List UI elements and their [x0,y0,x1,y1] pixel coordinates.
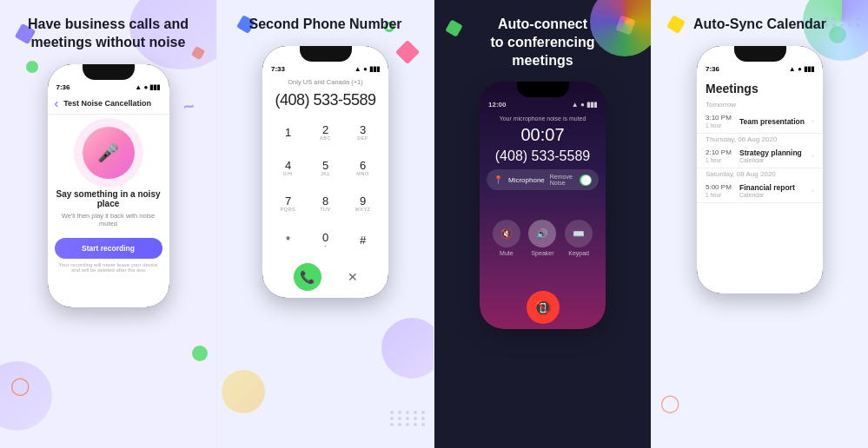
section-label-sat: Saturday, 08 Aug 2020 [697,168,823,180]
phone-notch [83,64,135,80]
deco-shape [666,15,686,34]
status-bar: 12:00 ▲ ● ▮▮▮ [480,97,606,110]
meeting-time: 3:10 PM1 hour [706,114,736,129]
deco-circle [192,346,208,361]
panel-title: Auto-Sync Calendar [693,16,826,34]
phone-notch [300,46,352,62]
phone-screen-2: 7:33 ▲ ● ▮▮▮ Only US and Canada (+1) (40… [262,46,388,298]
calendar-label: Calendar [739,157,812,163]
dial-key-2[interactable]: 2ABC [308,116,342,148]
phone-screen-1: 7:36 ▲ ● ▮▮▮ ‹ Test Noise Cancellation 🎤… [48,64,169,307]
mic-icon: 🎤 [97,142,119,163]
panel-title: Have business calls and meetings without… [9,16,208,52]
dial-key-9[interactable]: 9WXYZ [346,188,380,220]
meeting-info: Team presentation [739,117,812,126]
dial-key-7[interactable]: 7PQRS [271,188,305,220]
header-title: Test Noise Cancellation [63,99,151,108]
end-call-icon: 📵 [534,300,552,316]
caller-number: (408) 533-5589 [480,147,606,169]
section-label-tomorrow: Tomorrow [697,99,823,110]
calendar-label: Calendar [739,192,812,198]
call-row: 📞 ✕ [262,256,388,298]
meetings-title: Meetings [697,75,823,99]
phone-frame-1: 7:36 ▲ ● ▮▮▮ ‹ Test Noise Cancellation 🎤… [48,64,169,307]
dial-key-4[interactable]: 4GHI [271,152,305,184]
mic-noise-row: 📍 Microphone Remove Noise [487,169,599,190]
chevron-right-icon: › [812,117,814,125]
phone-number-display: (408) 533-5589 [262,89,388,116]
section-label-thu: Thursday, 06 Aug 2020 [697,134,823,145]
chevron-right-icon: › [812,187,814,194]
status-bar: 7:36 ▲ ● ▮▮▮ [697,62,823,75]
call-button[interactable]: 📞 [294,263,321,291]
top-label: Only US and Canada (+1) [262,75,388,89]
deco-blob [381,318,434,379]
dot-grid [390,411,427,426]
meeting-name: Financial report [739,183,812,192]
deco-blob [0,361,52,431]
dial-key-6[interactable]: 6MNO [346,152,380,184]
mute-button[interactable]: 🔇 Mute [493,220,520,256]
dial-key-8[interactable]: 8TUV [308,188,342,220]
mute-icon-circle: 🔇 [493,220,520,247]
deco-shape [395,40,420,64]
mic-circle: 🎤 [83,127,135,179]
status-time: 7:36 [56,83,70,91]
speaker-button[interactable]: 🔊 Speaker [528,220,556,256]
deco-blob [590,0,651,56]
meeting-info: Strategy planning Calendar [739,148,812,163]
dial-key-3[interactable]: 3DEF [346,116,380,148]
phone-frame-4: 7:36 ▲ ● ▮▮▮ Meetings Tomorrow 3:10 PM1 … [697,46,823,293]
small-disclaimer: Your recording will never leave your dev… [55,262,162,273]
phone-screen-4: 7:36 ▲ ● ▮▮▮ Meetings Tomorrow 3:10 PM1 … [697,46,823,293]
panel-noise-cancellation: ~ Have business calls and meetings witho… [0,0,216,448]
meeting-info: Financial report Calendar [739,183,812,198]
dial-key-1[interactable]: 1 [271,116,305,148]
sub-text: We'll then play it back with noise muted [55,212,162,227]
deco-squiggle: ~ [182,95,196,119]
dial-key-hash[interactable]: # [346,224,380,256]
call-timer: 00:07 [480,123,606,147]
dot-grid [825,17,861,27]
phone-notch [734,46,786,62]
back-icon[interactable]: ‹ [55,96,59,110]
panel-auto-connect: Auto-connectto conferencingmeetings 12:0… [434,0,651,448]
end-call-button[interactable]: 📵 [527,291,560,324]
status-icons: ▲ ● ▮▮▮ [789,65,814,73]
keypad-button[interactable]: ⌨️ Keypad [565,220,593,256]
meeting-item[interactable]: 5:00 PM1 hour Financial report Calendar … [697,180,823,203]
end-call-row: 📵 [480,286,606,329]
status-time: 7:33 [271,65,285,73]
close-button[interactable]: ✕ [348,270,358,284]
status-text: Your microphone noise is muted [480,110,606,123]
panel-title: Second Phone Number [248,16,401,34]
phone-icon: 📞 [300,270,315,284]
keypad-icon-circle: ⌨️ [565,220,593,247]
p1-header: ‹ Test Noise Cancellation [48,93,169,115]
status-time: 12:00 [488,101,506,109]
panel-auto-sync-calendar: Auto-Sync Calendar 7:36 ▲ ● ▮▮▮ Meetings… [652,0,868,448]
meeting-time: 5:00 PM1 hour [706,183,736,199]
mic-area: 🎤 Say something in a noisy place We'll t… [48,115,169,307]
keypad-label: Keypad [568,250,589,256]
dial-key-5[interactable]: 5JKL [308,152,342,184]
deco-shape [26,61,38,73]
dialpad: 1 2ABC 3DEF 4GHI 5JKL 6MNO 7PQRS 8TUV 9W… [262,116,388,256]
speaker-icon-circle: 🔊 [528,220,556,247]
meeting-item[interactable]: 2:10 PM1 hour Strategy planning Calendar… [697,145,823,168]
meeting-item[interactable]: 3:10 PM1 hour Team presentation › [697,110,823,134]
dial-key-0[interactable]: 0+ [308,224,342,256]
remove-noise-toggle[interactable] [580,175,592,186]
mic-dot-icon: 📍 [494,175,503,184]
mute-icon: 🔇 [500,228,513,240]
meeting-time: 2:10 PM1 hour [706,148,736,164]
dial-key-star[interactable]: * [271,224,305,256]
chevron-right-icon: › [812,152,814,160]
call-controls: 🔇 Mute 🔊 Speaker ⌨️ Keypad [480,190,606,286]
say-text: Say something in a noisy place [55,189,162,208]
status-time: 7:36 [706,65,719,73]
meeting-name: Team presentation [739,117,812,126]
status-bar: 7:36 ▲ ● ▮▮▮ [48,80,169,93]
status-icons: ▲ ● ▮▮▮ [135,83,160,91]
start-recording-button[interactable]: Start recording [55,238,162,259]
